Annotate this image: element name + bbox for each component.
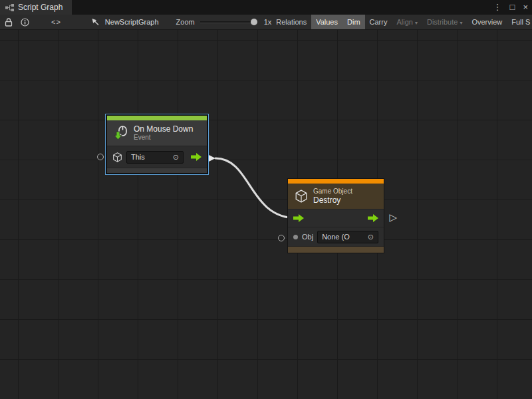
node-on-mouse-down[interactable]: On Mouse Down Event This ⊙ xyxy=(106,115,207,174)
align-dropdown-button[interactable]: Align ▾ xyxy=(392,15,422,29)
value-input-port[interactable] xyxy=(97,154,104,160)
control-flow-row xyxy=(288,209,384,227)
window-tab-bar: Script Graph ⋮ □ × xyxy=(0,0,532,15)
destroy-accent-strip xyxy=(288,179,384,184)
lock-icon[interactable] xyxy=(2,15,15,29)
game-object-cube-icon xyxy=(112,152,122,162)
graph-pointer-icon xyxy=(89,15,102,29)
dim-button[interactable]: Dim xyxy=(342,15,365,29)
window-controls: ⋮ □ × xyxy=(489,0,532,15)
param-label: Obj xyxy=(302,233,313,241)
node-category: Game Object xyxy=(313,188,352,196)
object-field[interactable]: None (O ⊙ xyxy=(317,231,378,243)
value-dot-icon xyxy=(293,235,298,239)
object-field-value: None (O xyxy=(322,233,350,241)
control-output-port[interactable] xyxy=(191,153,201,161)
window-menu-icon[interactable]: ⋮ xyxy=(489,0,506,15)
node-footer xyxy=(288,246,384,253)
script-graph-icon xyxy=(5,4,14,11)
node-header: On Mouse Down Event xyxy=(107,120,207,146)
control-output-port[interactable] xyxy=(368,214,378,222)
fullscreen-button[interactable]: Full S xyxy=(507,15,532,29)
event-accent-strip xyxy=(107,116,207,120)
info-icon[interactable] xyxy=(18,15,31,29)
tab-script-graph[interactable]: Script Graph xyxy=(0,0,72,15)
target-picker-icon[interactable]: ⊙ xyxy=(173,153,179,162)
control-input-port[interactable] xyxy=(293,214,304,222)
close-icon[interactable]: × xyxy=(519,0,532,15)
node-footer xyxy=(107,168,207,173)
zoom-value: 1x xyxy=(264,18,272,26)
node-title: On Mouse Down xyxy=(134,124,193,134)
node-header: Game Object Destroy xyxy=(288,184,384,209)
target-value: This xyxy=(131,153,145,161)
tab-title: Script Graph xyxy=(18,3,63,12)
node-destroy[interactable]: Game Object Destroy Obj None (O ⊙ ▷ xyxy=(287,178,384,253)
obj-input-port[interactable] xyxy=(278,235,285,241)
graph-toolbar: <> NewScriptGraph Zoom 1x Relations Valu… xyxy=(0,15,532,30)
overview-button[interactable]: Overview xyxy=(467,15,507,29)
node-title: Destroy xyxy=(313,196,352,205)
object-picker-icon[interactable]: ⊙ xyxy=(368,233,374,241)
zoom-slider[interactable] xyxy=(200,15,261,29)
target-dropdown[interactable]: This ⊙ xyxy=(126,151,184,164)
maximize-icon[interactable]: □ xyxy=(506,0,519,15)
graph-canvas[interactable]: On Mouse Down Event This ⊙ xyxy=(0,29,532,399)
flow-continue-icon: ▷ xyxy=(389,212,397,222)
distribute-dropdown-button[interactable]: Distribute ▾ xyxy=(422,15,467,29)
mouse-down-icon xyxy=(114,126,128,140)
relations-button[interactable]: Relations xyxy=(271,15,311,29)
node-subtitle: Event xyxy=(134,134,193,142)
code-view-icon[interactable]: <> xyxy=(51,18,61,26)
chevron-down-icon: ▾ xyxy=(415,20,418,26)
node-port-row: This ⊙ xyxy=(107,146,207,168)
zoom-label: Zoom xyxy=(176,18,195,26)
graph-name-label[interactable]: NewScriptGraph xyxy=(105,18,159,26)
toolbar-button-group: Relations Values Dim Carry Align ▾ Distr… xyxy=(271,15,532,29)
values-button[interactable]: Values xyxy=(311,15,342,29)
zoom-slider-track xyxy=(200,21,256,23)
chevron-down-icon: ▾ xyxy=(460,20,462,26)
game-object-cube-icon xyxy=(295,190,308,203)
connection-wire xyxy=(0,29,532,399)
carry-button[interactable]: Carry xyxy=(365,15,392,29)
zoom-slider-handle[interactable] xyxy=(251,19,257,25)
obj-param-row: Obj None (O ⊙ xyxy=(288,227,384,246)
